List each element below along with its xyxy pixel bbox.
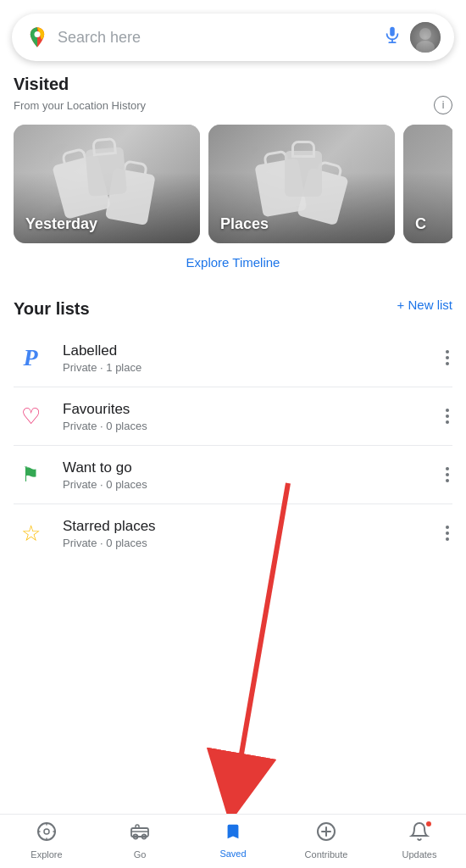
list-item-labelled[interactable]: P Labelled Private · 1 place [14, 329, 452, 387]
want-to-go-info: Want to go Private · 0 places [63, 459, 427, 491]
favourites-meta: Private · 0 places [63, 420, 427, 432]
list-item-favourites[interactable]: ♡ Favourites Private · 0 places [14, 387, 452, 446]
labelled-more-button[interactable] [442, 347, 452, 369]
explore-icon [36, 821, 57, 847]
labelled-name: Labelled [63, 342, 427, 359]
your-lists-title: Your lists [14, 299, 90, 319]
visited-title: Visited [14, 75, 452, 94]
mic-icon[interactable] [383, 25, 402, 49]
nav-item-go[interactable]: Go [93, 821, 186, 860]
labelled-info: Labelled Private · 1 place [63, 342, 427, 374]
explore-timeline-link[interactable]: Explore Timeline [186, 255, 280, 270]
lists-header: Your lists + New list [14, 289, 452, 320]
favourites-icon: ♡ [14, 399, 47, 433]
search-input[interactable]: Search here [58, 29, 374, 47]
main-content: Visited From your Location History i Yes… [0, 75, 466, 562]
want-to-go-name: Want to go [63, 459, 427, 476]
bottom-nav: Explore Go Saved [0, 814, 466, 868]
saved-icon [224, 822, 242, 846]
explore-label: Explore [31, 849, 62, 860]
favourites-name: Favourites [63, 401, 427, 418]
starred-places-name: Starred places [63, 518, 427, 535]
card-label-places: Places [220, 215, 269, 233]
nav-item-explore[interactable]: Explore [0, 821, 93, 860]
visited-subtitle: From your Location History i [14, 96, 452, 114]
list-item-want-to-go[interactable]: ⚑ Want to go Private · 0 places [14, 446, 452, 504]
favourites-info: Favourites Private · 0 places [63, 401, 427, 432]
svg-point-7 [410, 22, 441, 53]
svg-point-10 [38, 823, 55, 840]
google-maps-logo [25, 25, 49, 49]
your-lists-section: Your lists + New list P Labelled Private… [14, 289, 452, 562]
updates-label: Updates [402, 849, 437, 860]
starred-places-icon: ☆ [14, 516, 47, 550]
starred-places-more-button[interactable] [442, 522, 452, 544]
updates-icon [409, 821, 430, 847]
nav-item-contribute[interactable]: Contribute [280, 821, 373, 860]
updates-badge [424, 820, 433, 828]
favourites-more-button[interactable] [442, 405, 452, 427]
info-icon[interactable]: i [434, 96, 452, 114]
want-to-go-more-button[interactable] [442, 464, 452, 486]
timeline-cards: Yesterday Places C [14, 125, 452, 243]
starred-places-meta: Private · 0 places [63, 537, 427, 549]
want-to-go-meta: Private · 0 places [63, 478, 427, 491]
new-list-button[interactable]: + New list [397, 298, 452, 312]
card-label-c: C [415, 215, 426, 233]
timeline-card-yesterday[interactable]: Yesterday [14, 125, 200, 243]
avatar[interactable] [410, 22, 441, 53]
explore-timeline[interactable]: Explore Timeline [14, 255, 452, 270]
starred-places-info: Starred places Private · 0 places [63, 518, 427, 549]
visited-section: Visited From your Location History i Yes… [14, 75, 452, 270]
svg-point-11 [44, 829, 49, 834]
svg-rect-1 [390, 27, 395, 36]
go-icon [130, 821, 150, 847]
list-item-starred-places[interactable]: ☆ Starred places Private · 0 places [14, 504, 452, 562]
labelled-meta: Private · 1 place [63, 361, 427, 374]
go-label: Go [134, 849, 147, 860]
timeline-card-partial[interactable]: C [403, 125, 452, 243]
timeline-card-places[interactable]: Places [208, 125, 395, 243]
contribute-icon [316, 821, 336, 847]
nav-item-saved[interactable]: Saved [186, 822, 280, 859]
card-label-yesterday: Yesterday [25, 215, 97, 233]
search-bar[interactable]: Search here [12, 14, 454, 61]
contribute-label: Contribute [305, 849, 348, 860]
svg-point-0 [35, 31, 41, 37]
labelled-icon: P [14, 341, 47, 375]
nav-item-updates[interactable]: Updates [373, 821, 466, 860]
want-to-go-icon: ⚑ [14, 458, 47, 492]
saved-label: Saved [219, 849, 246, 859]
